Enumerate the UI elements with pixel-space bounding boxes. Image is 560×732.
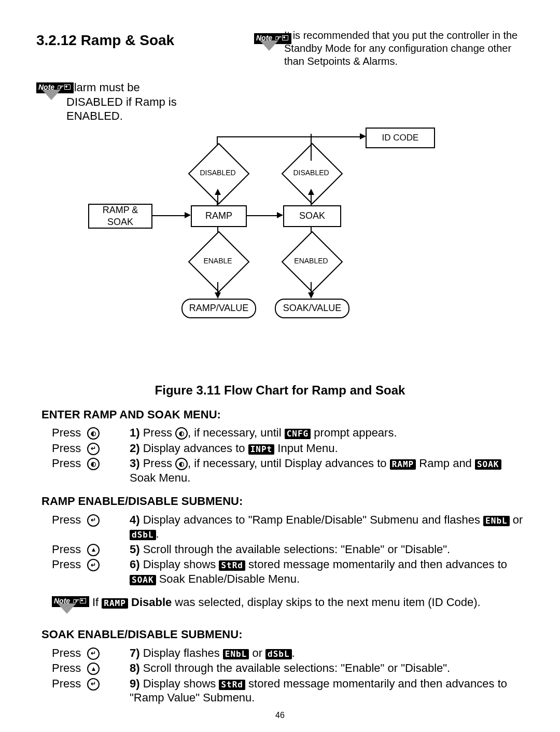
section-enter: ENTER RAMP AND SOAK MENU: (41, 407, 524, 422)
flow-rampvalue: RAMP/VALUE (181, 299, 256, 318)
flow-rampsoak: RAMP & SOAK (88, 204, 152, 229)
steps-ramp: Press ↵ 4) Display advances to "Ramp Ena… (52, 513, 524, 586)
press-enter: Press ↵ (52, 441, 130, 456)
flow-enable: ENABLE (197, 240, 241, 284)
note-icon: Note ☞ (52, 592, 82, 618)
note-text-right: It is recommended that you put the contr… (284, 29, 524, 68)
section-heading: 3.2.12 Ramp & Soak (36, 31, 254, 49)
header-row: 3.2.12 Ramp & Soak Note ☞ It is recommen… (36, 31, 524, 68)
section-ramp-sub: RAMP ENABLE/DISABLE SUBMENU: (41, 494, 524, 509)
flow-soak: SOAK (283, 205, 341, 227)
page-number: 46 (36, 710, 524, 721)
section-soak-sub: SOAK ENABLE/DISABLE SUBMENU: (41, 627, 524, 642)
flowchart: ID CODE DISABLED DISABLED RAMP & SOAK RA… (41, 123, 524, 372)
flow-enabled: ENABLED (290, 240, 334, 284)
note-icon: Note ☞ (36, 78, 66, 104)
steps-enter: Press ◐ 1) Press ◐, if necessary, until … (52, 426, 524, 485)
press-menu: Press ◐ (52, 426, 130, 440)
flow-ramp: RAMP (191, 205, 247, 227)
note-icon: Note ☞ (254, 29, 284, 55)
mid-note: Note ☞ If RAMP Disable was selected, dis… (52, 592, 524, 618)
figure-caption: Figure 3.11 Flow Chart for Ramp and Soak (36, 383, 524, 398)
flow-soakvalue: SOAK/VALUE (275, 299, 349, 318)
note-text-left: Alarm must be DISABLED if Ramp is ENABLE… (66, 78, 197, 123)
steps-soak: Press ↵ 7) Display flashes ENbL or dSbL.… (52, 646, 524, 705)
press-menu: Press ◐ (52, 456, 130, 471)
flow-idcode: ID CODE (366, 128, 435, 148)
